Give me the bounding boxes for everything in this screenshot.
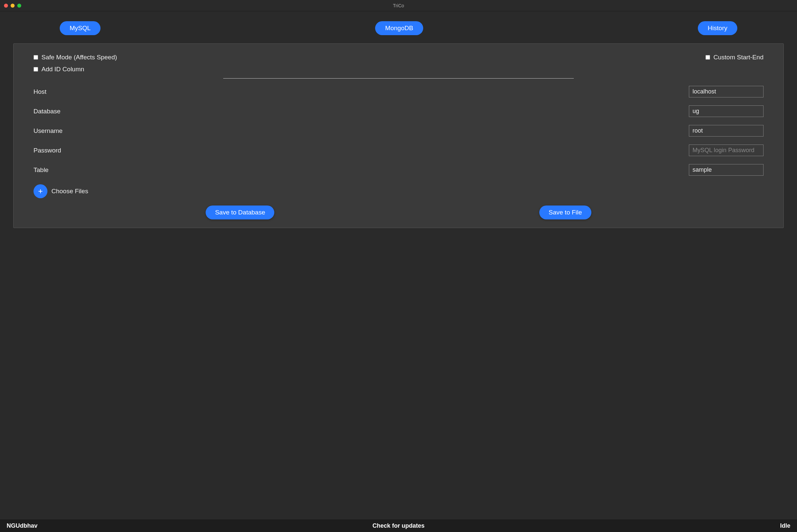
table-label: Table bbox=[34, 166, 49, 174]
username-label: Username bbox=[34, 127, 63, 135]
footer-author: NGUdbhav bbox=[7, 522, 37, 529]
check-for-updates-link[interactable]: Check for updates bbox=[372, 522, 425, 529]
window-title: TriCo bbox=[393, 3, 404, 8]
host-input[interactable] bbox=[689, 86, 763, 97]
database-label: Database bbox=[34, 108, 60, 115]
add-id-checkbox[interactable] bbox=[34, 67, 38, 72]
form-rows: Host Database Username Password Table bbox=[34, 86, 763, 176]
tab-history[interactable]: History bbox=[698, 21, 737, 35]
database-row: Database bbox=[34, 106, 763, 117]
footer: NGUdbhav Check for updates Idle bbox=[0, 519, 797, 532]
host-label: Host bbox=[34, 88, 47, 95]
host-row: Host bbox=[34, 86, 763, 97]
checkbox-row: Safe Mode (Affects Speed) Add ID Column … bbox=[34, 54, 763, 73]
add-id-label: Add ID Column bbox=[41, 65, 84, 73]
choose-files-button[interactable]: + bbox=[34, 184, 48, 198]
form-panel: Safe Mode (Affects Speed) Add ID Column … bbox=[13, 43, 784, 228]
save-to-file-button[interactable]: Save to File bbox=[539, 206, 591, 220]
safe-mode-checkbox[interactable] bbox=[34, 55, 38, 60]
tab-bar: MySQL MongoDB History bbox=[13, 21, 784, 35]
safe-mode-label: Safe Mode (Affects Speed) bbox=[41, 54, 117, 61]
table-row: Table bbox=[34, 164, 763, 176]
safe-mode-checkbox-wrap[interactable]: Safe Mode (Affects Speed) bbox=[34, 54, 117, 61]
password-input[interactable] bbox=[689, 145, 763, 156]
action-buttons: Save to Database Save to File bbox=[34, 206, 763, 220]
save-to-database-button[interactable]: Save to Database bbox=[206, 206, 274, 220]
divider bbox=[223, 78, 573, 79]
username-row: Username bbox=[34, 125, 763, 137]
add-id-checkbox-wrap[interactable]: Add ID Column bbox=[34, 65, 117, 73]
close-window-button[interactable] bbox=[4, 4, 8, 7]
username-input[interactable] bbox=[689, 125, 763, 137]
maximize-window-button[interactable] bbox=[17, 4, 21, 7]
table-input[interactable] bbox=[689, 164, 763, 176]
minimize-window-button[interactable] bbox=[11, 4, 15, 7]
database-input[interactable] bbox=[689, 106, 763, 117]
custom-start-end-label: Custom Start-End bbox=[713, 54, 763, 61]
window-controls bbox=[0, 4, 21, 7]
choose-files-row: + Choose Files bbox=[34, 184, 763, 198]
main-content: MySQL MongoDB History Safe Mode (Affects… bbox=[0, 11, 797, 519]
password-row: Password bbox=[34, 145, 763, 156]
plus-icon: + bbox=[38, 187, 43, 196]
custom-start-end-checkbox-wrap[interactable]: Custom Start-End bbox=[705, 54, 763, 61]
custom-start-end-checkbox[interactable] bbox=[705, 55, 710, 60]
footer-status: Idle bbox=[780, 522, 790, 529]
tab-mysql[interactable]: MySQL bbox=[60, 21, 100, 35]
tab-mongodb[interactable]: MongoDB bbox=[375, 21, 423, 35]
titlebar: TriCo bbox=[0, 0, 797, 11]
password-label: Password bbox=[34, 147, 61, 154]
choose-files-label: Choose Files bbox=[51, 188, 88, 195]
